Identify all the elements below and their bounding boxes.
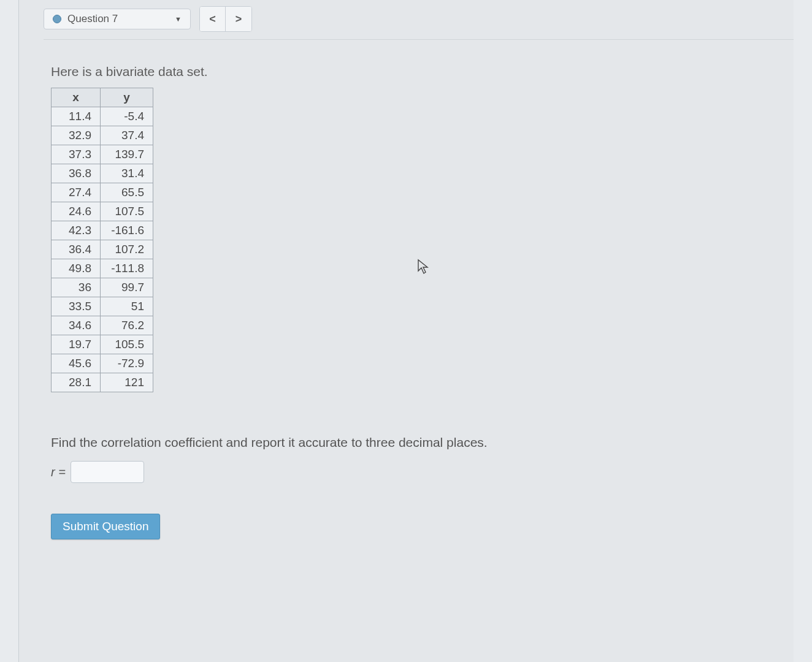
cell-y: 51 (101, 297, 153, 316)
caret-down-icon: ▼ (175, 15, 182, 23)
cell-x: 11.4 (52, 107, 101, 126)
table-row: 34.676.2 (52, 316, 153, 335)
col-header-x: x (52, 88, 101, 107)
cell-y: 99.7 (101, 278, 153, 297)
cell-x: 27.4 (52, 183, 101, 202)
cell-y: -5.4 (101, 107, 153, 126)
cell-x: 36.4 (52, 240, 101, 259)
cell-x: 36.8 (52, 164, 101, 183)
correlation-input[interactable] (71, 461, 144, 483)
cell-x: 42.3 (52, 221, 101, 240)
table-row: 27.465.5 (52, 183, 153, 202)
table-row: 3699.7 (52, 278, 153, 297)
cell-x: 49.8 (52, 259, 101, 278)
table-row: 33.551 (52, 297, 153, 316)
cell-y: -111.8 (101, 259, 153, 278)
next-question-button[interactable]: > (226, 7, 251, 31)
cell-y: 105.5 (101, 335, 153, 354)
cell-y: 107.2 (101, 240, 153, 259)
cell-y: 139.7 (101, 145, 153, 164)
cell-y: 76.2 (101, 316, 153, 335)
cell-x: 19.7 (52, 335, 101, 354)
cell-x: 37.3 (52, 145, 101, 164)
table-row: 32.937.4 (52, 126, 153, 145)
intro-text: Here is a bivariate data set. (51, 64, 794, 79)
cell-x: 36 (52, 278, 101, 297)
answer-label: r = (51, 465, 66, 479)
cell-x: 33.5 (52, 297, 101, 316)
cell-y: 31.4 (101, 164, 153, 183)
cell-y: 121 (101, 373, 153, 392)
status-dot-icon (53, 15, 61, 23)
cell-x: 34.6 (52, 316, 101, 335)
table-row: 11.4-5.4 (52, 107, 153, 126)
table-row: 37.3139.7 (52, 145, 153, 164)
table-row: 19.7105.5 (52, 335, 153, 354)
prompt-text: Find the correlation coefficient and rep… (51, 435, 794, 450)
cell-x: 24.6 (52, 202, 101, 221)
table-row: 28.1121 (52, 373, 153, 392)
bivariate-data-table: x y 11.4-5.432.937.437.3139.736.831.427.… (51, 88, 153, 392)
table-row: 36.4107.2 (52, 240, 153, 259)
cell-y: -161.6 (101, 221, 153, 240)
table-row: 45.6-72.9 (52, 354, 153, 373)
table-row: 49.8-111.8 (52, 259, 153, 278)
question-dropdown-label: Question 7 (67, 13, 169, 25)
cell-x: 28.1 (52, 373, 101, 392)
question-dropdown[interactable]: Question 7 ▼ (44, 9, 191, 29)
submit-question-button[interactable]: Submit Question (51, 514, 160, 539)
cell-y: -72.9 (101, 354, 153, 373)
table-row: 42.3-161.6 (52, 221, 153, 240)
cell-x: 32.9 (52, 126, 101, 145)
cell-x: 45.6 (52, 354, 101, 373)
table-row: 36.831.4 (52, 164, 153, 183)
table-row: 24.6107.5 (52, 202, 153, 221)
cell-y: 107.5 (101, 202, 153, 221)
prev-question-button[interactable]: < (200, 7, 226, 31)
question-nav-group: < > (199, 6, 252, 32)
cell-y: 37.4 (101, 126, 153, 145)
col-header-y: y (101, 88, 153, 107)
cell-y: 65.5 (101, 183, 153, 202)
